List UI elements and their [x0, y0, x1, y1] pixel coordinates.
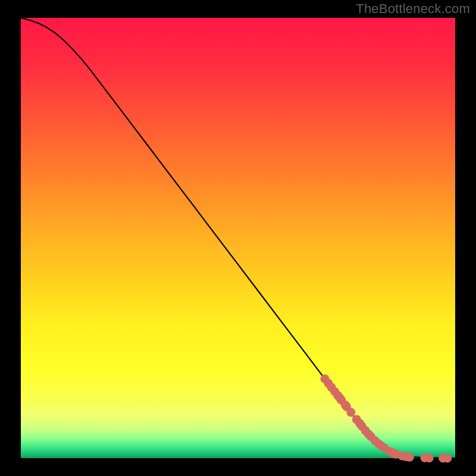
chart-frame: { "watermark": "TheBottleneck.com", "plo…	[0, 0, 476, 476]
data-marker	[443, 453, 452, 462]
data-marker	[346, 408, 355, 417]
watermark-text: TheBottleneck.com	[356, 1, 470, 17]
data-marker	[425, 453, 434, 462]
plot-background	[21, 18, 455, 458]
bottleneck-chart	[0, 0, 476, 476]
data-marker	[405, 453, 414, 462]
